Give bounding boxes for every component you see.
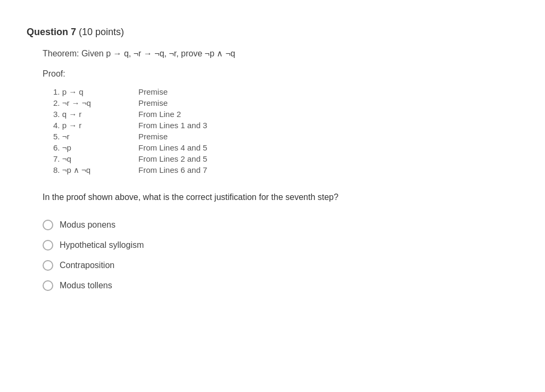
- proof-step-number-3: 3. q → r: [53, 110, 138, 119]
- radio-button-1[interactable]: [43, 220, 53, 230]
- proof-label: Proof:: [43, 69, 474, 79]
- proof-step-number-6: 6. ¬p: [53, 143, 138, 152]
- question-container: Question 7 (10 points) Theorem: Given p …: [11, 16, 490, 302]
- option-label-4: Modus tollens: [60, 281, 112, 290]
- option-item-1[interactable]: Modus ponens: [43, 220, 474, 230]
- option-label-2: Hypothetical syllogism: [60, 240, 144, 250]
- proof-step-number-8: 8. ¬p ∧ ¬q: [53, 165, 138, 175]
- option-item-4[interactable]: Modus tollens: [43, 280, 474, 291]
- proof-step-number-2: 2. ¬r → ¬q: [53, 98, 138, 107]
- option-item-2[interactable]: Hypothetical syllogism: [43, 240, 474, 251]
- options-container: Modus ponensHypothetical syllogismContra…: [43, 220, 474, 291]
- theorem-content: Given p → q, ¬r → ¬q, ¬r, prove ¬p ∧ ¬q: [81, 49, 235, 58]
- proof-step-justification-6: From Lines 4 and 5: [138, 143, 255, 152]
- proof-table: 1. p → qPremise2. ¬r → ¬qPremise3. q → r…: [53, 87, 474, 175]
- proof-step-justification-8: From Lines 6 and 7: [138, 165, 255, 175]
- proof-step-number-7: 7. ¬q: [53, 154, 138, 163]
- question-title: Question 7: [27, 27, 76, 37]
- radio-button-3[interactable]: [43, 260, 53, 271]
- proof-step-justification-2: Premise: [138, 98, 255, 107]
- radio-button-2[interactable]: [43, 240, 53, 251]
- proof-step-justification-4: From Lines 1 and 3: [138, 121, 255, 130]
- question-points: (10 points): [79, 27, 124, 37]
- proof-step-justification-3: From Line 2: [138, 110, 255, 119]
- option-label-3: Contraposition: [60, 261, 114, 270]
- option-item-3[interactable]: Contraposition: [43, 260, 474, 271]
- theorem-label: Theorem:: [43, 49, 79, 58]
- proof-step-number-1: 1. p → q: [53, 87, 138, 96]
- theorem-block: Theorem: Given p → q, ¬r → ¬q, ¬r, prove…: [43, 48, 474, 59]
- proof-step-number-4: 4. p → r: [53, 121, 138, 130]
- option-label-1: Modus ponens: [60, 220, 115, 230]
- proof-step-justification-7: From Lines 2 and 5: [138, 154, 255, 163]
- proof-step-justification-5: Premise: [138, 132, 255, 141]
- proof-step-justification-1: Premise: [138, 87, 255, 96]
- question-text: In the proof shown above, what is the co…: [43, 191, 474, 204]
- question-header: Question 7 (10 points): [27, 27, 474, 38]
- radio-button-4[interactable]: [43, 280, 53, 291]
- proof-step-number-5: 5. ¬r: [53, 132, 138, 141]
